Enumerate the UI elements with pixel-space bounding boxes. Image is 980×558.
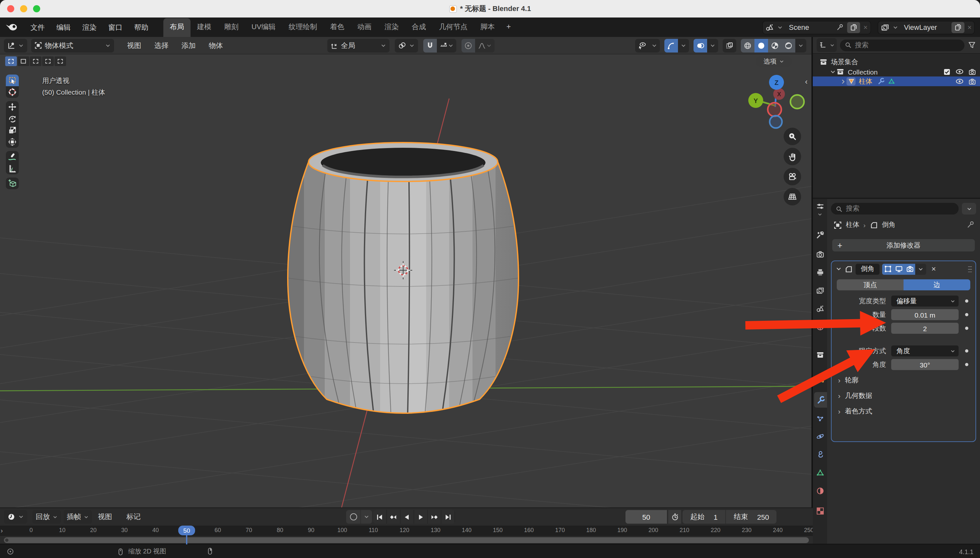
play-button[interactable]: [414, 510, 428, 524]
drag-handle-icon[interactable]: ::::::::: [968, 266, 972, 272]
filter-icon[interactable]: [968, 41, 976, 49]
options-dropdown[interactable]: 选项: [756, 56, 792, 67]
modifier-name-field[interactable]: 倒角: [855, 263, 880, 274]
end-frame-field[interactable]: 结束250: [726, 510, 777, 524]
timeline-menu-item[interactable]: 标记: [121, 512, 146, 522]
breadcrumb-modifier[interactable]: 倒角: [882, 220, 895, 230]
zoom-button[interactable]: [784, 128, 801, 145]
properties-tab-view-layer[interactable]: [813, 282, 827, 298]
xray-toggle[interactable]: [723, 39, 736, 53]
bevel-affect-tab[interactable]: 顶点: [837, 279, 903, 290]
select-mode-tweak[interactable]: [5, 56, 17, 66]
properties-tab-object-data[interactable]: [813, 464, 827, 480]
pin-icon[interactable]: [966, 220, 975, 229]
setting-number[interactable]: 0.01 m: [891, 309, 959, 320]
timeline-menu-item[interactable]: 视图: [92, 512, 118, 522]
gizmo-dropdown[interactable]: [678, 39, 689, 53]
workspace-tab[interactable]: 布局: [163, 18, 190, 37]
properties-tab-constraints[interactable]: [813, 446, 827, 462]
select-mode-extend[interactable]: [30, 56, 41, 66]
proportional-falloff-dropdown[interactable]: [475, 39, 494, 53]
transform-orientation-dropdown[interactable]: 全局: [327, 39, 389, 53]
workspace-tab[interactable]: 几何节点: [433, 18, 474, 37]
select-mode-subtract[interactable]: [42, 56, 54, 66]
menubar-item[interactable]: 帮助: [128, 22, 154, 32]
add-modifier-button[interactable]: + 添加修改器: [832, 239, 975, 251]
properties-tab-collection[interactable]: [813, 347, 827, 362]
tool-move[interactable]: [6, 101, 19, 113]
animate-dot[interactable]: [965, 327, 969, 330]
pin-icon[interactable]: [836, 23, 844, 31]
use-preview-range-button[interactable]: [668, 510, 681, 524]
overlays-dropdown[interactable]: [707, 39, 718, 53]
viewport-menu-item[interactable]: 选择: [148, 41, 175, 50]
outliner-row[interactable]: Collection: [813, 67, 980, 77]
snap-toggle[interactable]: [423, 39, 437, 53]
animate-dot[interactable]: [965, 299, 969, 303]
modifier-section[interactable]: ›几何数据: [832, 388, 975, 404]
menubar-item[interactable]: 窗口: [102, 22, 128, 32]
tool-scale[interactable]: [6, 125, 19, 136]
tool-add-cube[interactable]: [6, 177, 19, 189]
viewport-menu-item[interactable]: 物体: [202, 41, 230, 50]
tool-cursor-3d[interactable]: [6, 86, 19, 98]
workspace-tab[interactable]: 合成: [405, 18, 433, 37]
tool-select-box[interactable]: [6, 74, 19, 86]
remove-modifier-button[interactable]: ×: [931, 264, 936, 274]
workspace-tab[interactable]: 渲染: [378, 18, 405, 37]
properties-tab-tool[interactable]: [813, 227, 827, 242]
select-mode-new[interactable]: [18, 56, 29, 66]
properties-tab-physics[interactable]: [813, 428, 827, 444]
viewport-menu-item[interactable]: 视图: [121, 41, 148, 50]
tool-transform[interactable]: [6, 136, 19, 148]
show-gizmo-toggle[interactable]: [664, 39, 678, 53]
modifier-section[interactable]: ›着色方式: [832, 404, 975, 419]
pan-hand-button[interactable]: [784, 148, 801, 165]
menubar-item[interactable]: 渲染: [77, 22, 102, 32]
timeline-scrollbar[interactable]: [4, 537, 809, 543]
timeline-editor-dropdown[interactable]: [4, 510, 27, 524]
toggle-grid-button[interactable]: [784, 188, 801, 205]
next-keyframe-button[interactable]: [428, 510, 442, 524]
properties-tab-output[interactable]: [813, 264, 827, 280]
unlink-scene-button[interactable]: ×: [863, 23, 868, 31]
timeline-dropdown-menu[interactable]: 回放: [33, 510, 61, 524]
viewport-menu-item[interactable]: 添加: [175, 41, 202, 50]
jump-start-button[interactable]: [373, 510, 387, 524]
show-in-render-toggle[interactable]: [904, 263, 915, 274]
bevel-affect-tab[interactable]: 边: [903, 279, 970, 290]
outliner-row[interactable]: 柱体: [813, 77, 980, 86]
new-scene-button[interactable]: [847, 22, 860, 33]
workspace-tab[interactable]: 建模: [190, 18, 218, 37]
playhead[interactable]: 50: [178, 525, 195, 535]
scene-selector[interactable]: Scene ×: [762, 20, 871, 34]
properties-tab-scene[interactable]: [813, 301, 827, 316]
workspace-tab[interactable]: 脚本: [474, 18, 501, 37]
properties-tab-modifiers[interactable]: [814, 392, 827, 408]
shading-rendered-button[interactable]: [782, 39, 795, 53]
disable-in-render-toggle[interactable]: [969, 77, 976, 85]
auto-key-toggle[interactable]: [346, 510, 360, 524]
shading-material-button[interactable]: [768, 39, 782, 53]
select-mode-intersect[interactable]: [54, 56, 66, 66]
viewport-3d[interactable]: 物体模式 视图选择添加物体 全局: [0, 37, 813, 507]
breadcrumb-object[interactable]: 柱体: [846, 220, 859, 230]
auto-key-dropdown[interactable]: [360, 510, 372, 524]
tool-measure[interactable]: [6, 162, 19, 174]
shading-dropdown[interactable]: [795, 39, 806, 53]
timeline-expand-icon[interactable]: ›: [1, 527, 3, 534]
proportional-edit-toggle[interactable]: [461, 39, 475, 53]
tool-annotate[interactable]: [6, 151, 19, 162]
outliner-row[interactable]: 场景集合: [813, 57, 980, 67]
modifier-section[interactable]: ›轮廓: [832, 373, 975, 388]
start-frame-field[interactable]: 起始1: [683, 510, 726, 524]
setting-number[interactable]: 2: [891, 323, 959, 334]
play-reverse-button[interactable]: [401, 510, 414, 524]
hide-in-viewport-toggle[interactable]: [955, 67, 964, 76]
menubar-item[interactable]: 编辑: [51, 22, 77, 32]
disable-in-render-toggle[interactable]: [969, 68, 976, 75]
camera-view-button[interactable]: [784, 168, 801, 185]
animate-dot[interactable]: [965, 363, 969, 366]
sidebar-collapse-icon[interactable]: ‹: [805, 77, 808, 86]
workspace-tab[interactable]: 雕刻: [218, 18, 245, 37]
